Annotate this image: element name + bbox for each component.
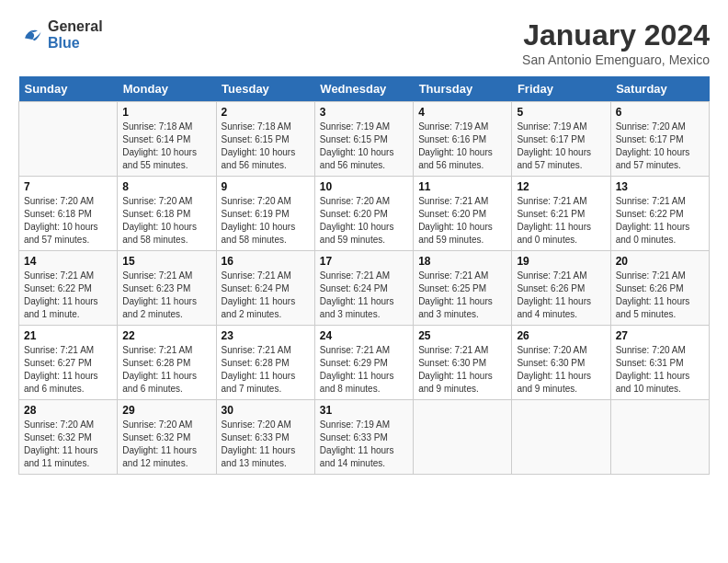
day-info: Sunrise: 7:20 AM Sunset: 6:20 PM Dayligh…: [320, 195, 408, 247]
calendar-cell: [414, 400, 512, 475]
calendar-cell: 26Sunrise: 7:20 AM Sunset: 6:30 PM Dayli…: [512, 326, 610, 400]
weekday-sunday: Sunday: [19, 76, 118, 102]
calendar-table: SundayMondayTuesdayWednesdayThursdayFrid…: [18, 76, 710, 475]
calendar-cell: 4Sunrise: 7:19 AM Sunset: 6:16 PM Daylig…: [414, 102, 512, 177]
day-number: 29: [122, 404, 210, 417]
day-info: Sunrise: 7:21 AM Sunset: 6:26 PM Dayligh…: [517, 270, 605, 321]
calendar-cell: 9Sunrise: 7:20 AM Sunset: 6:19 PM Daylig…: [216, 177, 314, 251]
calendar-cell: [610, 400, 709, 475]
day-info: Sunrise: 7:20 AM Sunset: 6:32 PM Dayligh…: [24, 419, 112, 470]
day-number: 28: [24, 404, 112, 417]
weekday-saturday: Saturday: [610, 76, 709, 102]
day-info: Sunrise: 7:20 AM Sunset: 6:18 PM Dayligh…: [24, 195, 112, 247]
calendar-cell: 14Sunrise: 7:21 AM Sunset: 6:22 PM Dayli…: [19, 251, 118, 326]
day-number: 1: [122, 106, 210, 119]
calendar-cell: 24Sunrise: 7:21 AM Sunset: 6:29 PM Dayli…: [314, 326, 413, 400]
day-info: Sunrise: 7:20 AM Sunset: 6:32 PM Dayligh…: [122, 419, 210, 470]
day-number: 9: [222, 180, 310, 193]
day-number: 7: [24, 180, 112, 193]
calendar-cell: 10Sunrise: 7:20 AM Sunset: 6:20 PM Dayli…: [314, 177, 413, 251]
day-number: 27: [616, 329, 704, 342]
day-info: Sunrise: 7:21 AM Sunset: 6:22 PM Dayligh…: [24, 270, 112, 321]
calendar-week-3: 14Sunrise: 7:21 AM Sunset: 6:22 PM Dayli…: [19, 251, 710, 326]
day-info: Sunrise: 7:21 AM Sunset: 6:20 PM Dayligh…: [418, 195, 506, 247]
logo-general: General: [48, 18, 103, 35]
weekday-friday: Friday: [512, 76, 610, 102]
calendar-cell: 22Sunrise: 7:21 AM Sunset: 6:28 PM Dayli…: [118, 326, 216, 400]
day-info: Sunrise: 7:18 AM Sunset: 6:14 PM Dayligh…: [122, 121, 210, 172]
calendar-cell: 6Sunrise: 7:20 AM Sunset: 6:17 PM Daylig…: [610, 102, 709, 177]
calendar-week-1: 1Sunrise: 7:18 AM Sunset: 6:14 PM Daylig…: [19, 102, 710, 177]
day-info: Sunrise: 7:20 AM Sunset: 6:18 PM Dayligh…: [122, 195, 210, 247]
calendar-cell: 8Sunrise: 7:20 AM Sunset: 6:18 PM Daylig…: [118, 177, 216, 251]
day-number: 14: [24, 255, 112, 268]
day-number: 10: [320, 180, 408, 193]
day-number: 24: [320, 329, 408, 342]
day-info: Sunrise: 7:19 AM Sunset: 6:16 PM Dayligh…: [418, 121, 506, 172]
calendar-cell: 21Sunrise: 7:21 AM Sunset: 6:27 PM Dayli…: [19, 326, 118, 400]
calendar-title: January 2024: [522, 18, 710, 52]
day-info: Sunrise: 7:21 AM Sunset: 6:28 PM Dayligh…: [122, 344, 210, 396]
weekday-header-row: SundayMondayTuesdayWednesdayThursdayFrid…: [19, 76, 710, 102]
weekday-monday: Monday: [118, 76, 216, 102]
calendar-week-4: 21Sunrise: 7:21 AM Sunset: 6:27 PM Dayli…: [19, 326, 710, 400]
calendar-cell: [19, 102, 118, 177]
day-info: Sunrise: 7:20 AM Sunset: 6:19 PM Dayligh…: [222, 195, 310, 247]
day-info: Sunrise: 7:21 AM Sunset: 6:24 PM Dayligh…: [320, 270, 408, 321]
calendar-cell: 12Sunrise: 7:21 AM Sunset: 6:21 PM Dayli…: [512, 177, 610, 251]
calendar-cell: 15Sunrise: 7:21 AM Sunset: 6:23 PM Dayli…: [118, 251, 216, 326]
calendar-subtitle: San Antonio Emenguaro, Mexico: [522, 52, 710, 67]
calendar-body: 1Sunrise: 7:18 AM Sunset: 6:14 PM Daylig…: [19, 102, 710, 475]
calendar-cell: 3Sunrise: 7:19 AM Sunset: 6:15 PM Daylig…: [314, 102, 413, 177]
calendar-cell: 17Sunrise: 7:21 AM Sunset: 6:24 PM Dayli…: [314, 251, 413, 326]
calendar-cell: 28Sunrise: 7:20 AM Sunset: 6:32 PM Dayli…: [19, 400, 118, 475]
day-info: Sunrise: 7:20 AM Sunset: 6:17 PM Dayligh…: [616, 121, 704, 172]
day-number: 11: [418, 180, 506, 193]
day-info: Sunrise: 7:21 AM Sunset: 6:21 PM Dayligh…: [517, 195, 605, 247]
day-info: Sunrise: 7:19 AM Sunset: 6:15 PM Dayligh…: [320, 121, 408, 172]
logo-icon: [18, 25, 44, 45]
day-number: 16: [222, 255, 310, 268]
day-number: 15: [122, 255, 210, 268]
day-info: Sunrise: 7:21 AM Sunset: 6:30 PM Dayligh…: [418, 344, 506, 396]
day-number: 3: [320, 106, 408, 119]
day-info: Sunrise: 7:21 AM Sunset: 6:29 PM Dayligh…: [320, 344, 408, 396]
day-info: Sunrise: 7:21 AM Sunset: 6:28 PM Dayligh…: [222, 344, 310, 396]
calendar-week-2: 7Sunrise: 7:20 AM Sunset: 6:18 PM Daylig…: [19, 177, 710, 251]
day-info: Sunrise: 7:21 AM Sunset: 6:26 PM Dayligh…: [616, 270, 704, 321]
day-info: Sunrise: 7:19 AM Sunset: 6:17 PM Dayligh…: [517, 121, 605, 172]
day-number: 13: [616, 180, 704, 193]
calendar-cell: 30Sunrise: 7:20 AM Sunset: 6:33 PM Dayli…: [216, 400, 314, 475]
calendar-cell: 7Sunrise: 7:20 AM Sunset: 6:18 PM Daylig…: [19, 177, 118, 251]
day-number: 31: [320, 404, 408, 417]
day-number: 2: [222, 106, 310, 119]
day-number: 21: [24, 329, 112, 342]
logo: General Blue: [18, 18, 103, 52]
calendar-cell: 13Sunrise: 7:21 AM Sunset: 6:22 PM Dayli…: [610, 177, 709, 251]
day-info: Sunrise: 7:18 AM Sunset: 6:15 PM Dayligh…: [222, 121, 310, 172]
weekday-wednesday: Wednesday: [314, 76, 413, 102]
day-info: Sunrise: 7:21 AM Sunset: 6:22 PM Dayligh…: [616, 195, 704, 247]
calendar-week-5: 28Sunrise: 7:20 AM Sunset: 6:32 PM Dayli…: [19, 400, 710, 475]
calendar-cell: 1Sunrise: 7:18 AM Sunset: 6:14 PM Daylig…: [118, 102, 216, 177]
calendar-cell: 20Sunrise: 7:21 AM Sunset: 6:26 PM Dayli…: [610, 251, 709, 326]
calendar-cell: 16Sunrise: 7:21 AM Sunset: 6:24 PM Dayli…: [216, 251, 314, 326]
day-info: Sunrise: 7:21 AM Sunset: 6:24 PM Dayligh…: [222, 270, 310, 321]
day-number: 26: [517, 329, 605, 342]
day-number: 17: [320, 255, 408, 268]
day-info: Sunrise: 7:21 AM Sunset: 6:27 PM Dayligh…: [24, 344, 112, 396]
day-info: Sunrise: 7:21 AM Sunset: 6:25 PM Dayligh…: [418, 270, 506, 321]
day-info: Sunrise: 7:20 AM Sunset: 6:33 PM Dayligh…: [222, 419, 310, 470]
day-info: Sunrise: 7:20 AM Sunset: 6:30 PM Dayligh…: [517, 344, 605, 396]
calendar-cell: 27Sunrise: 7:20 AM Sunset: 6:31 PM Dayli…: [610, 326, 709, 400]
day-number: 19: [517, 255, 605, 268]
day-number: 18: [418, 255, 506, 268]
weekday-tuesday: Tuesday: [216, 76, 314, 102]
calendar-cell: 25Sunrise: 7:21 AM Sunset: 6:30 PM Dayli…: [414, 326, 512, 400]
day-number: 30: [222, 404, 310, 417]
day-number: 4: [418, 106, 506, 119]
day-number: 5: [517, 106, 605, 119]
day-number: 12: [517, 180, 605, 193]
calendar-cell: 11Sunrise: 7:21 AM Sunset: 6:20 PM Dayli…: [414, 177, 512, 251]
day-info: Sunrise: 7:20 AM Sunset: 6:31 PM Dayligh…: [616, 344, 704, 396]
